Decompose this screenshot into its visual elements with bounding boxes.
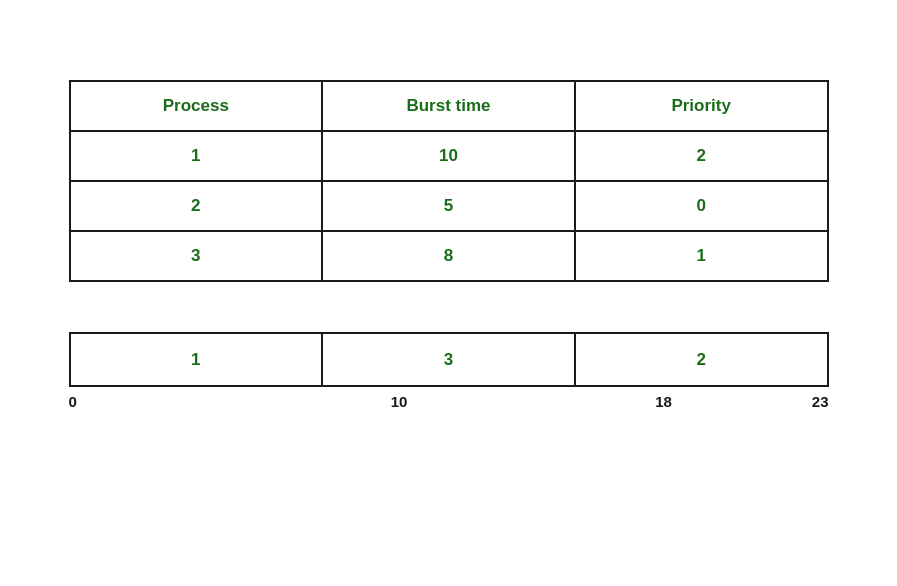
gantt-chart: 1 3 2 0 10 18 23	[69, 332, 829, 393]
priority-2: 0	[575, 181, 828, 231]
table-row: 2 5 0	[70, 181, 828, 231]
header-priority: Priority	[575, 81, 828, 131]
priority-3: 1	[575, 231, 828, 281]
gantt-cell-1: 3	[323, 334, 576, 385]
burst-2: 5	[322, 181, 575, 231]
table-row: 3 8 1	[70, 231, 828, 281]
burst-3: 8	[322, 231, 575, 281]
gantt-label-0: 0	[69, 393, 77, 410]
gantt-bar-row: 1 3 2	[69, 332, 829, 387]
process-table: Process Burst time Priority 1 10 2 2 5 0…	[69, 80, 829, 282]
gantt-cell-2: 2	[576, 334, 827, 385]
gantt-label-10: 10	[391, 393, 408, 410]
gantt-label-23: 23	[812, 393, 829, 410]
gantt-label-18: 18	[655, 393, 672, 410]
table-row: 1 10 2	[70, 131, 828, 181]
header-burst: Burst time	[322, 81, 575, 131]
burst-1: 10	[322, 131, 575, 181]
header-process: Process	[70, 81, 323, 131]
process-3: 3	[70, 231, 323, 281]
gantt-cell-0: 1	[71, 334, 324, 385]
priority-1: 2	[575, 131, 828, 181]
process-2: 2	[70, 181, 323, 231]
process-1: 1	[70, 131, 323, 181]
